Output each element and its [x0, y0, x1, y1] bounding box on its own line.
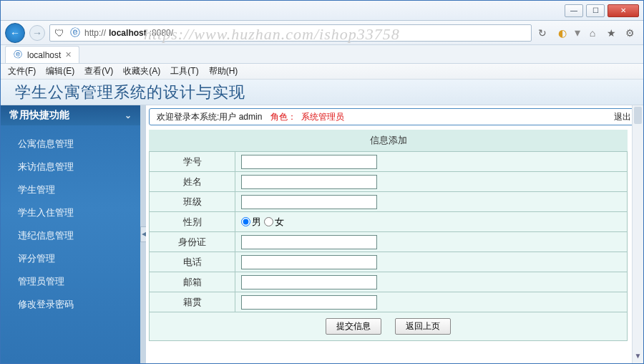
tab-close-icon[interactable]: ✕ — [65, 50, 72, 59]
tab-strip: ⓔ localhost ✕ — [1, 45, 643, 64]
minimize-button[interactable]: — — [565, 4, 583, 17]
refresh-icon[interactable]: ↻ — [536, 27, 549, 39]
scroll-down-icon[interactable]: ▼ — [633, 352, 643, 363]
menu-edit[interactable]: 编辑(E) — [46, 65, 74, 77]
input-phone[interactable] — [241, 255, 377, 269]
address-bar[interactable]: 🛡 ⓔ http://localhost:8080/ — [49, 24, 532, 42]
sidebar-item-visit[interactable]: 来访信息管理 — [1, 155, 140, 178]
label-native: 籍贯 — [150, 292, 235, 312]
forward-button[interactable]: → — [29, 25, 45, 41]
input-native[interactable] — [241, 295, 377, 310]
radio-female[interactable] — [264, 217, 273, 226]
welcome-text: 欢迎登录本系统:用户 admin — [157, 112, 262, 122]
chevron-down-icon: ⌄ — [125, 110, 132, 120]
url-host: localhost — [109, 28, 147, 38]
maximize-button[interactable]: ☐ — [586, 4, 605, 17]
sidebar: 常用快捷功能 ⌄ 公寓信息管理 来访信息管理 学生管理 学生入住管理 违纪信息管… — [1, 105, 140, 363]
splitter-handle[interactable] — [140, 105, 146, 363]
sidebar-item-apartment[interactable]: 公寓信息管理 — [1, 133, 140, 155]
app-title: 学生公寓管理系统的设计与实现 — [1, 80, 643, 105]
back-button-form[interactable]: 返回上页 — [395, 318, 451, 335]
label-name: 姓名 — [150, 172, 235, 192]
tab-favicon-icon: ⓔ — [13, 50, 23, 60]
settings-icon[interactable]: ⚙ — [623, 27, 636, 39]
browser-menubar: 文件(F) 编辑(E) 查看(V) 收藏夹(A) 工具(T) 帮助(H) — [1, 64, 643, 80]
window-titlebar: — ☐ ✕ — [1, 1, 643, 21]
label-idcard: 身份证 — [150, 232, 235, 252]
ie-icon: ⓔ — [69, 27, 82, 39]
role-value: 系统管理员 — [301, 112, 344, 122]
url-prefix: http:// — [84, 28, 106, 38]
submit-button[interactable]: 提交信息 — [326, 318, 381, 335]
label-gender: 性别 — [150, 212, 235, 232]
back-button[interactable]: ← — [5, 23, 25, 43]
radio-male[interactable] — [241, 217, 250, 226]
input-class[interactable] — [241, 195, 377, 209]
sidebar-item-score[interactable]: 评分管理 — [1, 247, 140, 270]
sidebar-item-password[interactable]: 修改登录密码 — [1, 293, 140, 316]
label-sno: 学号 — [150, 152, 235, 172]
main-panel: 欢迎登录本系统:用户 admin 角色： 系统管理员 退出 信息添加 学号 姓名… — [146, 105, 643, 363]
input-sno[interactable] — [241, 155, 377, 169]
browser-tab[interactable]: ⓔ localhost ✕ — [5, 46, 79, 63]
logout-link[interactable]: 退出 — [614, 111, 631, 123]
sidebar-item-violation[interactable]: 违纪信息管理 — [1, 224, 140, 247]
sidebar-item-admin[interactable]: 管理员管理 — [1, 270, 140, 293]
input-email[interactable] — [241, 275, 377, 289]
main-topbar: 欢迎登录本系统:用户 admin 角色： 系统管理员 退出 — [149, 108, 639, 125]
form-table: 学号 姓名 班级 性别 男 女 — [149, 151, 628, 341]
radio-male-label[interactable]: 男 — [241, 216, 261, 229]
menu-tools[interactable]: 工具(T) — [170, 65, 198, 77]
menu-view[interactable]: 查看(V) — [84, 65, 113, 77]
favorites-icon[interactable]: ★ — [605, 27, 618, 39]
browser-toolbar: ← → 🛡 ⓔ http://localhost:8080/ https://w… — [1, 21, 643, 45]
menu-favorites[interactable]: 收藏夹(A) — [123, 65, 160, 77]
menu-help[interactable]: 帮助(H) — [209, 65, 238, 77]
menu-file[interactable]: 文件(F) — [8, 65, 36, 77]
label-class: 班级 — [150, 192, 235, 212]
close-button[interactable]: ✕ — [608, 4, 639, 17]
sidebar-item-student[interactable]: 学生管理 — [1, 178, 140, 201]
radio-female-label[interactable]: 女 — [264, 216, 284, 229]
label-email: 邮箱 — [150, 272, 235, 292]
sidebar-header[interactable]: 常用快捷功能 ⌄ — [1, 105, 140, 125]
form-title: 信息添加 — [149, 130, 628, 151]
sidebar-item-checkin[interactable]: 学生入住管理 — [1, 201, 140, 224]
scroll-thumb[interactable] — [634, 107, 642, 124]
home-icon[interactable]: ⌂ — [586, 27, 599, 39]
shield-icon: 🛡 — [53, 27, 66, 39]
role-label: 角色： — [270, 112, 296, 122]
url-rest: :8080/ — [150, 28, 173, 38]
scrollbar[interactable]: ▲ ▼ — [632, 105, 643, 363]
input-name[interactable] — [241, 175, 377, 189]
tab-title: localhost — [27, 50, 61, 60]
label-phone: 电话 — [150, 252, 235, 272]
compat-icon[interactable]: ◐ — [556, 27, 569, 39]
input-idcard[interactable] — [241, 235, 377, 249]
